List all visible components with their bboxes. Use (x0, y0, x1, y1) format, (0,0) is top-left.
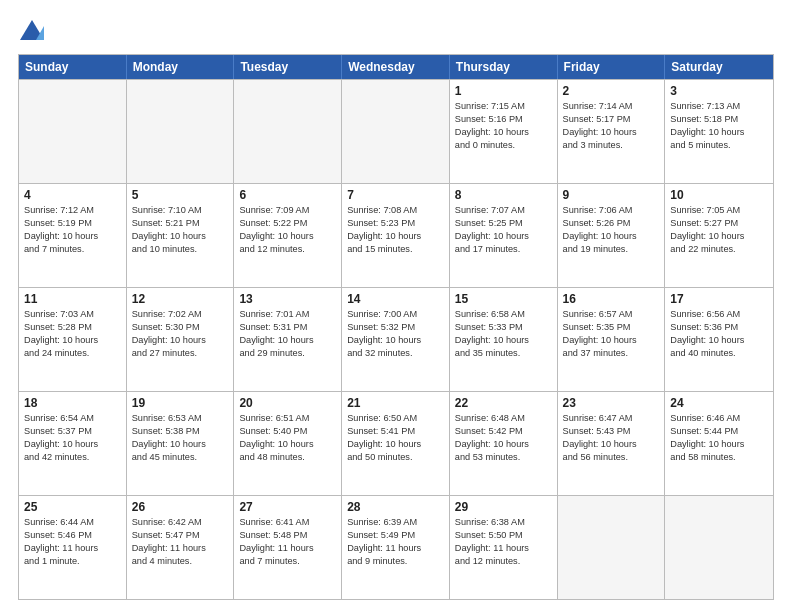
cell-info-line: and 12 minutes. (239, 243, 336, 256)
cell-info-line: and 24 minutes. (24, 347, 121, 360)
day-number: 14 (347, 292, 444, 306)
cell-info-line: and 29 minutes. (239, 347, 336, 360)
day-number: 9 (563, 188, 660, 202)
cell-info-line: Sunrise: 7:03 AM (24, 308, 121, 321)
day-number: 20 (239, 396, 336, 410)
cell-info-line: and 42 minutes. (24, 451, 121, 464)
calendar-cell: 17Sunrise: 6:56 AMSunset: 5:36 PMDayligh… (665, 288, 773, 391)
calendar-cell: 10Sunrise: 7:05 AMSunset: 5:27 PMDayligh… (665, 184, 773, 287)
cell-info-line: and 10 minutes. (132, 243, 229, 256)
cell-info-line: Daylight: 11 hours (239, 542, 336, 555)
cell-info-line: Daylight: 10 hours (455, 334, 552, 347)
page: SundayMondayTuesdayWednesdayThursdayFrid… (0, 0, 792, 612)
cell-info-line: Daylight: 10 hours (132, 438, 229, 451)
cell-info-line: and 50 minutes. (347, 451, 444, 464)
cell-info-line: Daylight: 10 hours (347, 438, 444, 451)
cell-info-line: Sunset: 5:42 PM (455, 425, 552, 438)
logo (18, 18, 50, 46)
cell-info-line: Daylight: 10 hours (563, 438, 660, 451)
cell-info-line: Sunrise: 6:51 AM (239, 412, 336, 425)
day-number: 1 (455, 84, 552, 98)
day-number: 18 (24, 396, 121, 410)
calendar-cell (665, 496, 773, 599)
cell-info-line: and 37 minutes. (563, 347, 660, 360)
cell-info-line: Sunset: 5:46 PM (24, 529, 121, 542)
calendar-cell: 11Sunrise: 7:03 AMSunset: 5:28 PMDayligh… (19, 288, 127, 391)
calendar-cell: 2Sunrise: 7:14 AMSunset: 5:17 PMDaylight… (558, 80, 666, 183)
cell-info-line: Daylight: 10 hours (670, 334, 768, 347)
cell-info-line: Sunset: 5:31 PM (239, 321, 336, 334)
cell-info-line: and 35 minutes. (455, 347, 552, 360)
day-number: 8 (455, 188, 552, 202)
day-number: 26 (132, 500, 229, 514)
cell-info-line: Daylight: 10 hours (239, 334, 336, 347)
calendar-cell: 4Sunrise: 7:12 AMSunset: 5:19 PMDaylight… (19, 184, 127, 287)
cell-info-line: and 15 minutes. (347, 243, 444, 256)
cell-info-line: Sunrise: 6:53 AM (132, 412, 229, 425)
cell-info-line: Sunset: 5:22 PM (239, 217, 336, 230)
cell-info-line: and 4 minutes. (132, 555, 229, 568)
cell-info-line: and 40 minutes. (670, 347, 768, 360)
cell-info-line: Daylight: 10 hours (132, 230, 229, 243)
cell-info-line: Daylight: 10 hours (132, 334, 229, 347)
day-number: 4 (24, 188, 121, 202)
cell-info-line: Sunset: 5:19 PM (24, 217, 121, 230)
cell-info-line: Daylight: 10 hours (347, 230, 444, 243)
weekday-header: Friday (558, 55, 666, 79)
cell-info-line: Sunset: 5:23 PM (347, 217, 444, 230)
cell-info-line: Daylight: 11 hours (347, 542, 444, 555)
header (18, 18, 774, 46)
cell-info-line: Daylight: 10 hours (455, 438, 552, 451)
cell-info-line: Sunset: 5:16 PM (455, 113, 552, 126)
logo-icon (18, 18, 46, 46)
cell-info-line: Sunset: 5:26 PM (563, 217, 660, 230)
cell-info-line: Sunrise: 7:13 AM (670, 100, 768, 113)
cell-info-line: Daylight: 10 hours (24, 230, 121, 243)
cell-info-line: Sunrise: 7:00 AM (347, 308, 444, 321)
weekday-header: Monday (127, 55, 235, 79)
cell-info-line: Sunrise: 6:57 AM (563, 308, 660, 321)
day-number: 16 (563, 292, 660, 306)
cell-info-line: and 12 minutes. (455, 555, 552, 568)
calendar-cell: 12Sunrise: 7:02 AMSunset: 5:30 PMDayligh… (127, 288, 235, 391)
calendar-cell: 9Sunrise: 7:06 AMSunset: 5:26 PMDaylight… (558, 184, 666, 287)
calendar-cell (234, 80, 342, 183)
day-number: 24 (670, 396, 768, 410)
cell-info-line: and 22 minutes. (670, 243, 768, 256)
day-number: 12 (132, 292, 229, 306)
cell-info-line: and 3 minutes. (563, 139, 660, 152)
calendar-cell: 15Sunrise: 6:58 AMSunset: 5:33 PMDayligh… (450, 288, 558, 391)
cell-info-line: and 9 minutes. (347, 555, 444, 568)
cell-info-line: Sunrise: 6:39 AM (347, 516, 444, 529)
day-number: 22 (455, 396, 552, 410)
cell-info-line: Sunset: 5:49 PM (347, 529, 444, 542)
calendar-cell (342, 80, 450, 183)
cell-info-line: and 45 minutes. (132, 451, 229, 464)
cell-info-line: Sunrise: 7:10 AM (132, 204, 229, 217)
calendar-row: 25Sunrise: 6:44 AMSunset: 5:46 PMDayligh… (19, 495, 773, 599)
cell-info-line: Sunrise: 7:15 AM (455, 100, 552, 113)
weekday-header: Tuesday (234, 55, 342, 79)
cell-info-line: Sunrise: 6:58 AM (455, 308, 552, 321)
cell-info-line: and 56 minutes. (563, 451, 660, 464)
cell-info-line: Sunset: 5:38 PM (132, 425, 229, 438)
day-number: 27 (239, 500, 336, 514)
calendar-cell: 23Sunrise: 6:47 AMSunset: 5:43 PMDayligh… (558, 392, 666, 495)
calendar-body: 1Sunrise: 7:15 AMSunset: 5:16 PMDaylight… (19, 79, 773, 599)
cell-info-line: and 58 minutes. (670, 451, 768, 464)
calendar-cell (127, 80, 235, 183)
cell-info-line: Daylight: 10 hours (347, 334, 444, 347)
cell-info-line: and 7 minutes. (24, 243, 121, 256)
cell-info-line: Sunrise: 7:08 AM (347, 204, 444, 217)
calendar-cell: 25Sunrise: 6:44 AMSunset: 5:46 PMDayligh… (19, 496, 127, 599)
cell-info-line: Daylight: 10 hours (563, 334, 660, 347)
cell-info-line: Sunset: 5:18 PM (670, 113, 768, 126)
calendar-cell: 1Sunrise: 7:15 AMSunset: 5:16 PMDaylight… (450, 80, 558, 183)
cell-info-line: Sunset: 5:48 PM (239, 529, 336, 542)
calendar-cell: 8Sunrise: 7:07 AMSunset: 5:25 PMDaylight… (450, 184, 558, 287)
day-number: 2 (563, 84, 660, 98)
calendar-cell: 6Sunrise: 7:09 AMSunset: 5:22 PMDaylight… (234, 184, 342, 287)
cell-info-line: Sunset: 5:25 PM (455, 217, 552, 230)
cell-info-line: Sunset: 5:35 PM (563, 321, 660, 334)
cell-info-line: Sunrise: 7:02 AM (132, 308, 229, 321)
